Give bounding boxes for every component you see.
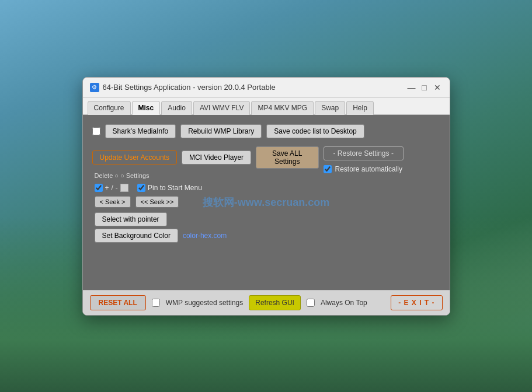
restore-settings-button[interactable]: - Restore Settings -: [324, 146, 404, 160]
update-user-accounts-button[interactable]: Update User Accounts: [92, 150, 177, 164]
row-1: Shark's MediaInfo Rebuild WMP Library Sa…: [92, 124, 440, 138]
sharks-mediainfo-button[interactable]: Shark's MediaInfo: [105, 124, 176, 138]
save-codec-button[interactable]: Save codec list to Desktop: [266, 124, 364, 138]
set-bg-color-row: Set Background Color color-hex.com: [95, 229, 319, 243]
minimize-button[interactable]: —: [406, 82, 417, 93]
slash-label: /: [112, 184, 113, 192]
seek-1-button[interactable]: < Seek >: [95, 196, 131, 208]
restore-auto-checkbox[interactable]: [324, 165, 332, 173]
wmp-suggested-label: WMP suggested settings: [166, 299, 244, 307]
refresh-gui-button[interactable]: Refresh GUI: [249, 295, 301, 310]
maximize-button[interactable]: □: [419, 82, 430, 93]
window-controls: — □ ✕: [406, 82, 443, 93]
wmp-suggested-checkbox[interactable]: [152, 299, 160, 307]
reset-all-button[interactable]: RESET ALL: [90, 295, 146, 310]
exit-button[interactable]: - E X I T -: [391, 295, 442, 310]
plus-minus-checkbox[interactable]: [95, 184, 103, 192]
title-bar: ⚙ 64-Bit Settings Application - version …: [83, 78, 450, 98]
section-row-2: Update User Accounts MCI Video Player Sa…: [92, 146, 440, 249]
mci-video-player-button[interactable]: MCI Video Player: [182, 150, 251, 164]
save-all-settings-button[interactable]: Save ALL Settings: [256, 146, 318, 169]
seek-2-button[interactable]: << Seek >>: [135, 196, 179, 208]
main-window: ⚙ 64-Bit Settings Application - version …: [82, 77, 450, 316]
small-square: [120, 184, 128, 192]
row-2: Update User Accounts MCI Video Player Sa…: [92, 146, 319, 169]
tab-misc[interactable]: Misc: [132, 101, 161, 115]
app-icon: ⚙: [90, 83, 99, 92]
title-bar-left: ⚙ 64-Bit Settings Application - version …: [90, 83, 276, 92]
close-button[interactable]: ✕: [432, 82, 443, 93]
seek-row: < Seek > << Seek >>: [95, 196, 319, 208]
tab-swap[interactable]: Swap: [315, 101, 345, 115]
restore-auto-label: Restore automatically: [335, 165, 402, 173]
bottom-bar: RESET ALL WMP suggested settings Refresh…: [83, 290, 450, 315]
tab-avi-wmv-flv[interactable]: AVI WMV FLV: [193, 101, 251, 115]
right-column: - Restore Settings - Restore automatical…: [324, 146, 440, 173]
color-hex-link[interactable]: color-hex.com: [183, 232, 227, 240]
delete-settings-row: Delete ○ ○ Settings: [95, 172, 319, 179]
plus-minus-row: + / - Pin to Start Menu: [95, 184, 319, 192]
tab-audio[interactable]: Audio: [161, 101, 192, 115]
tab-configure[interactable]: Configure: [88, 101, 131, 115]
always-on-top-checkbox[interactable]: [307, 299, 315, 307]
always-on-top-label: Always On Top: [321, 299, 367, 307]
plus-label: +: [105, 184, 109, 192]
set-background-color-button[interactable]: Set Background Color: [95, 229, 178, 243]
select-pointer-row: Select with pointer: [95, 212, 319, 226]
left-column: Update User Accounts MCI Video Player Sa…: [92, 146, 319, 249]
pin-checkbox[interactable]: [137, 184, 145, 192]
minus-label: -: [116, 184, 118, 192]
tab-mp4-mkv-mpg[interactable]: MP4 MKV MPG: [251, 101, 314, 115]
sharks-checkbox[interactable]: [92, 127, 100, 135]
tab-bar: Configure Misc Audio AVI WMV FLV MP4 MKV…: [83, 98, 450, 115]
delete-settings-label: Delete ○ ○ Settings: [95, 172, 149, 179]
rebuild-wmp-button[interactable]: Rebuild WMP Library: [180, 124, 262, 138]
content-area: 搜软网-www.secruan.com Shark's MediaInfo Re…: [83, 115, 450, 290]
select-with-pointer-button[interactable]: Select with pointer: [95, 212, 167, 226]
pin-label: Pin to Start Menu: [148, 184, 202, 192]
window-title: 64-Bit Settings Application - version 20…: [103, 83, 276, 92]
restore-auto-row: Restore automatically: [324, 165, 402, 173]
tab-help[interactable]: Help: [346, 101, 374, 115]
